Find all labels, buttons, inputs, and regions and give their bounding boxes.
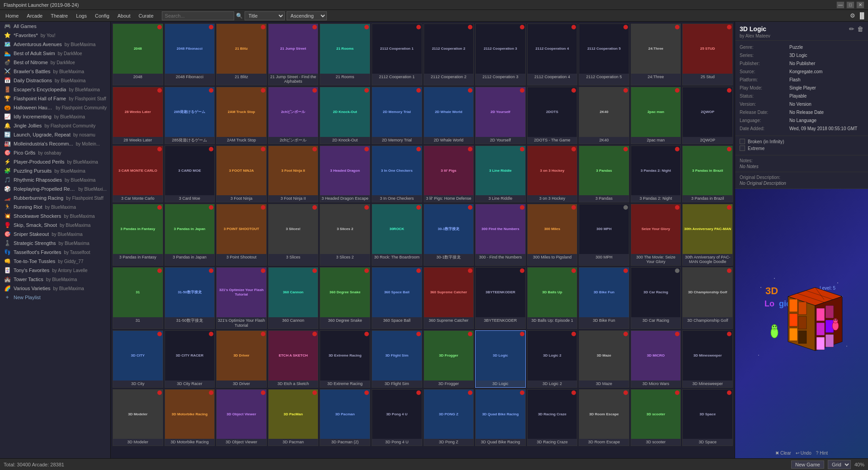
game-tile[interactable]: 360 Cannon 360 Cannon: [268, 267, 319, 329]
game-tile[interactable]: 2112 Cooperation 5 2112 Cooperation 5: [579, 24, 629, 85]
game-tile[interactable]: 2K40 2K40: [579, 87, 629, 144]
sidebar-item-8[interactable]: 🏆Flashpoint Hall of Fameby Flashpoint St…: [0, 94, 110, 103]
game-tile[interactable]: 3D Space 3D Space: [682, 389, 733, 446]
game-tile[interactable]: 3D Pong 4 U 3D Pong 4 U: [372, 389, 422, 446]
sidebar-item-6[interactable]: 📅Daily Distractionsby BlueMaxima: [0, 76, 110, 85]
sidebar-item-23[interactable]: 🎯Sniper Stakeoutby BlueMaxima: [0, 230, 110, 239]
game-tile[interactable]: 360 Supreme Catcher 360 Supreme Catcher: [424, 267, 474, 329]
game-tile[interactable]: 2048 Fibonacci 2048 Fibonacci: [165, 24, 215, 85]
edit-button[interactable]: ✏: [849, 25, 854, 33]
sidebar-item-25[interactable]: 👣Tasselfoot's Favoritesby Tasselfoot: [0, 248, 110, 257]
game-tile[interactable]: 3D Car Racing 3D Car Racing: [631, 267, 681, 329]
game-tile[interactable]: 3 CAR MONTE CARLO 3 Car Monte Carlo: [113, 146, 163, 202]
game-tile[interactable]: 2D Memory Trial 2D Memory Trial: [372, 87, 422, 144]
game-tile[interactable]: 2D Whale World 2D Whale World: [424, 87, 474, 144]
game-tile[interactable]: 21 Jump Street 21 Jump Street - Find the…: [268, 24, 319, 85]
game-tile[interactable]: 2112 Cooperation 1 2112 Cooperation 1: [372, 24, 422, 85]
game-tile[interactable]: 300 Find the Numbers 300 - Find the Numb…: [475, 204, 526, 266]
sidebar-item-26[interactable]: 👊Toe-to-Toe Tusslesby Giddy_77: [0, 257, 110, 266]
sidebar-item-0[interactable]: 🎮All Games: [0, 22, 110, 31]
sidebar-item-7[interactable]: 🚪Escaper's Encyclopediaby BlueMaxima: [0, 85, 110, 94]
game-tile[interactable]: 3D Object Viewer 3D Object Viewer: [216, 389, 267, 446]
view-select[interactable]: Grid List: [828, 460, 851, 469]
game-tile[interactable]: 3 In One Checkers 3 In One Checkers: [372, 146, 422, 202]
game-tile[interactable]: 3D Pacman 3D Pacman (2): [320, 389, 370, 446]
game-tile[interactable]: 25 STUD 25 Stud: [682, 24, 733, 85]
game-tile[interactable]: 3D PacMan 3D Pacman: [268, 389, 319, 446]
menu-arcade[interactable]: Arcade: [23, 12, 46, 19]
menu-logs[interactable]: Logs: [72, 12, 90, 19]
sidebar-item-3[interactable]: 🏊Best of Adult Swimby DarkMoe: [0, 49, 110, 58]
game-tile[interactable]: 2AM Truck Stop 2AM Truck Stop: [216, 87, 267, 144]
game-tile[interactable]: 30ROCK 30 Rock: The Boardroom: [372, 204, 422, 266]
game-tile[interactable]: 3D Logic 2 3D Logic 2: [527, 330, 578, 387]
game-tile[interactable]: 3 Line Riddle 3 Line Riddle: [475, 146, 526, 202]
sidebar-item-4[interactable]: 💣Best of Nitromeby DarkMoe: [0, 58, 110, 67]
close-button[interactable]: ✕: [856, 1, 864, 9]
games-grid-container[interactable]: 2048 2048 2048 Fibonacci 2048 Fibonacci …: [111, 22, 735, 458]
sidebar-item-12[interactable]: 🔄Launch, Upgrade, Repeatby nosamu: [0, 130, 110, 139]
menu-curate[interactable]: Curate: [135, 12, 157, 19]
game-tile[interactable]: 2chビンボール 2chビンボール: [268, 87, 319, 144]
sidebar-item-11[interactable]: 🔔Jingle Jolliesby Flashpoint Community: [0, 121, 110, 130]
delete-button[interactable]: 🗑: [857, 25, 863, 33]
search-icon[interactable]: 🔍: [236, 13, 243, 19]
sidebar-item-17[interactable]: 🎵Rhythmic Rhapsodiesby BlueMaxima: [0, 175, 110, 184]
game-tile[interactable]: 3 Pandas in Brazil 3 Pandas in Brazil: [682, 146, 733, 202]
game-tile[interactable]: 3D MICRO 3D Micro Wars: [631, 330, 681, 387]
game-tile[interactable]: 3D PONG Z 3D Pong Z: [424, 389, 474, 446]
game-tile[interactable]: 3 Headed Dragon 3 Headed Dragon Escape: [320, 146, 370, 202]
sidebar-item-30[interactable]: +New Playlist: [0, 293, 110, 302]
game-tile[interactable]: 2048 2048: [113, 24, 163, 85]
sort-by-select[interactable]: Title Date Added Rating: [245, 11, 285, 20]
game-tile[interactable]: 2pac man 2pac man: [631, 87, 681, 144]
game-tile[interactable]: 3 CARD MOE 3 Card Moe: [165, 146, 215, 202]
game-tile[interactable]: 3 Pandas 3 Pandas: [579, 146, 629, 202]
menu-about[interactable]: About: [114, 12, 134, 19]
search-input[interactable]: [162, 11, 234, 20]
game-tile[interactable]: ETCH A SKETCH 3D Etch a Sketch: [268, 330, 319, 387]
game-tile[interactable]: 3D Bike Fun 3D Bike Fun: [579, 267, 629, 329]
new-game-button[interactable]: New Game: [791, 461, 824, 469]
game-tile[interactable]: 3D CITY 3D City: [113, 330, 163, 387]
sidebar-item-15[interactable]: ⚡Player-Produced Perilsby BlueMaxima: [0, 157, 110, 166]
sidebar-item-14[interactable]: 🎯Pico Gr8sby oshabay: [0, 148, 110, 157]
sidebar-item-16[interactable]: 🧩Puzzling Pursuitsby BlueMaxima: [0, 166, 110, 175]
game-tile[interactable]: Seize Your Glory 300 The Movie: Seize Yo…: [631, 204, 681, 266]
game-tile[interactable]: 3D Flight Sim 3D Flight Sim: [372, 330, 422, 387]
game-tile[interactable]: 300 MPH 300 MPH: [579, 204, 629, 266]
game-tile[interactable]: 2112 Cooperation 4 2112 Cooperation 4: [527, 24, 578, 85]
game-tile[interactable]: 3D CITY RACER 3D City Racer: [165, 330, 215, 387]
game-tile[interactable]: 3 Slices 2 3 Slices 2: [320, 204, 370, 266]
game-tile[interactable]: 3D Room Escape 3D Room Escape: [579, 389, 629, 446]
game-tile[interactable]: 3D scooter 3D scooter: [631, 389, 681, 446]
game-tile[interactable]: 285発遊けるゲーム 285発遊けるゲーム: [165, 87, 215, 144]
game-tile[interactable]: 2D Yourself 2D Yourself: [475, 87, 526, 144]
game-tile[interactable]: 30-1数字接龙 30-1数字接龙: [424, 204, 474, 266]
game-tile[interactable]: 3 POINT SHOOTOUT 3 Point Shootout: [216, 204, 267, 266]
menu-theatre[interactable]: Theatre: [47, 12, 71, 19]
game-tile[interactable]: 21 Rooms 21 Rooms: [320, 24, 370, 85]
game-tile[interactable]: 2QWOP 2QWOP: [682, 87, 733, 144]
game-tile[interactable]: 3D Motorbike Racing 3D Motorbike Racing: [165, 389, 215, 446]
game-tile[interactable]: 31 31: [113, 267, 163, 329]
game-tile[interactable]: 3 Pandas in Fantasy 3 Pandas in Fantasy: [113, 204, 163, 266]
game-tile[interactable]: 2D Knock-Out 2D Knock-Out: [320, 87, 370, 144]
game-tile[interactable]: 3D Driver 3D Driver: [216, 330, 267, 387]
sidebar-item-18[interactable]: 🎲Roleplaying-Propelled Res...by BlueMaxi…: [0, 184, 110, 193]
game-tile[interactable]: 3D Maze 3D Maze: [579, 330, 629, 387]
game-tile[interactable]: 2112 Cooperation 2 2112 Cooperation 2: [424, 24, 474, 85]
sidebar-item-2[interactable]: 🗺️Adventurous Avenuesby BlueMaxima: [0, 40, 110, 49]
sidebar-item-28[interactable]: 🏰Tower Tacticsby BlueMaxima: [0, 275, 110, 284]
game-tile[interactable]: 3 FOOT NINJA 3 Foot Ninja: [216, 146, 267, 202]
broken-checkbox[interactable]: [740, 139, 745, 144]
sidebar-item-27[interactable]: 🃏Tony's Favoritesby Antony Lavelle: [0, 266, 110, 275]
game-tile[interactable]: 24:Three 24:Three: [631, 24, 681, 85]
game-tile[interactable]: 360 Space Ball 360 Space Ball: [372, 267, 422, 329]
clear-button[interactable]: ✖ Clear: [775, 451, 791, 456]
game-tile[interactable]: 321's Optimize Your Flash Tutorial 321's…: [216, 267, 267, 329]
game-tile[interactable]: 3 Pandas in Japan 3 Pandas in Japan: [165, 204, 215, 266]
game-tile[interactable]: 2112 Cooperation 3 2112 Cooperation 3: [475, 24, 526, 85]
game-tile[interactable]: 3D Extreme Racing 3D Extreme Racing: [320, 330, 370, 387]
game-tile[interactable]: 3 lil' Pigs 3 lil' Pigs: Home Defense: [424, 146, 474, 202]
